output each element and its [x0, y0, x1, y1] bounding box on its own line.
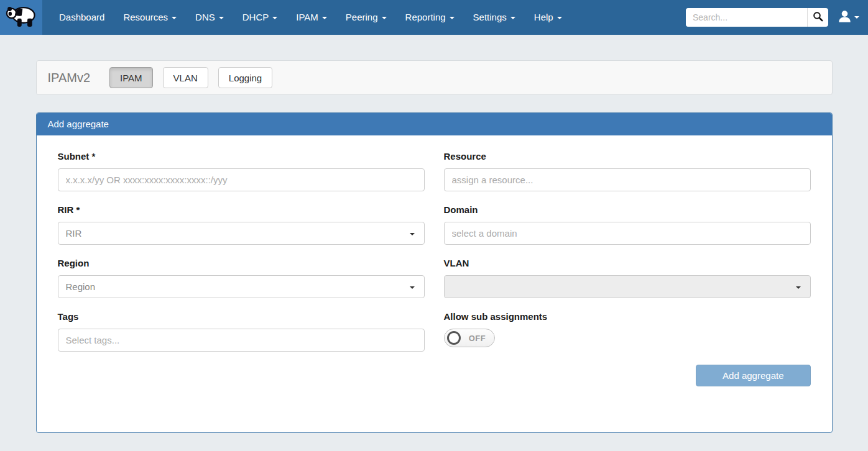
navbar-right	[686, 0, 868, 35]
add-aggregate-panel: Add aggregate Subnet * Resource RIR * RI…	[36, 112, 833, 433]
user-icon	[838, 10, 851, 25]
subnet-field-group: Subnet *	[58, 151, 425, 191]
nav-peering[interactable]: Peering	[336, 0, 396, 35]
rir-select[interactable]: RIR	[58, 222, 425, 245]
chevron-down-icon	[410, 286, 415, 289]
main-content: IPAMv2 IPAM VLAN Logging Add aggregate S…	[36, 60, 833, 433]
search-group	[686, 8, 828, 27]
domain-label: Domain	[444, 204, 811, 215]
nav-ipam[interactable]: IPAM	[287, 0, 336, 35]
submit-row: Add aggregate	[58, 365, 811, 386]
brand-logo[interactable]	[0, 0, 42, 35]
rir-label: RIR *	[58, 204, 425, 215]
nav-help[interactable]: Help	[525, 0, 571, 35]
domain-field-group: Domain	[444, 204, 811, 245]
nav-settings[interactable]: Settings	[464, 0, 525, 35]
domain-input[interactable]	[444, 222, 811, 245]
subnet-label: Subnet *	[58, 151, 425, 162]
panda-logo-icon	[6, 4, 37, 31]
region-label: Region	[58, 258, 425, 268]
top-navbar: Dashboard Resources DNS DHCP IPAM Peerin…	[0, 0, 868, 35]
nav-resources[interactable]: Resources	[114, 0, 186, 35]
vlan-select[interactable]	[444, 275, 811, 298]
tab-vlan[interactable]: VLAN	[163, 67, 208, 88]
add-aggregate-form: Subnet * Resource RIR * RIR Domain	[37, 135, 832, 386]
nav-dns[interactable]: DNS	[186, 0, 233, 35]
add-aggregate-button[interactable]: Add aggregate	[696, 365, 810, 386]
rir-field-group: RIR * RIR	[58, 204, 425, 245]
page-title: IPAMv2	[48, 71, 91, 85]
nav-dhcp[interactable]: DHCP	[233, 0, 287, 35]
required-asterisk: *	[76, 204, 80, 215]
search-button[interactable]	[807, 8, 828, 27]
chevron-down-icon	[172, 17, 177, 19]
nav-reporting[interactable]: Reporting	[396, 0, 464, 35]
chevron-down-icon	[219, 17, 224, 19]
nav-dashboard[interactable]: Dashboard	[50, 0, 114, 35]
toggle-knob	[447, 331, 461, 345]
vlan-field-group: VLAN	[444, 258, 811, 298]
tags-field-group: Tags	[58, 311, 425, 352]
allow-sub-assignments-label: Allow sub assignments	[444, 311, 811, 322]
main-nav: Dashboard Resources DNS DHCP IPAM Peerin…	[50, 0, 571, 35]
tab-ipam[interactable]: IPAM	[109, 67, 153, 88]
user-menu[interactable]	[838, 10, 859, 25]
toggle-state-text: OFF	[461, 334, 494, 343]
chevron-down-icon	[410, 233, 415, 235]
chevron-down-icon	[322, 17, 327, 19]
region-select[interactable]: Region	[58, 275, 425, 298]
region-field-group: Region Region	[58, 258, 425, 298]
search-input[interactable]	[686, 8, 807, 27]
subnet-input[interactable]	[58, 168, 425, 191]
vlan-label: VLAN	[444, 258, 811, 268]
required-asterisk: *	[92, 151, 96, 162]
resource-label: Resource	[444, 151, 811, 162]
chevron-down-icon	[796, 286, 801, 289]
page-header: IPAMv2 IPAM VLAN Logging	[36, 60, 833, 95]
tab-logging[interactable]: Logging	[218, 67, 272, 88]
panel-title: Add aggregate	[37, 113, 832, 135]
chevron-down-icon	[854, 16, 859, 19]
chevron-down-icon	[450, 17, 455, 19]
allow-sub-assignments-toggle[interactable]: OFF	[444, 329, 495, 347]
allow-sub-assignments-group: Allow sub assignments OFF	[444, 311, 811, 352]
chevron-down-icon	[272, 17, 277, 19]
tags-input[interactable]	[58, 329, 425, 352]
resource-field-group: Resource	[444, 151, 811, 191]
search-icon	[813, 11, 823, 24]
tags-label: Tags	[58, 311, 425, 322]
chevron-down-icon	[557, 17, 562, 19]
resource-input[interactable]	[444, 168, 811, 191]
chevron-down-icon	[510, 17, 515, 19]
chevron-down-icon	[382, 17, 387, 19]
